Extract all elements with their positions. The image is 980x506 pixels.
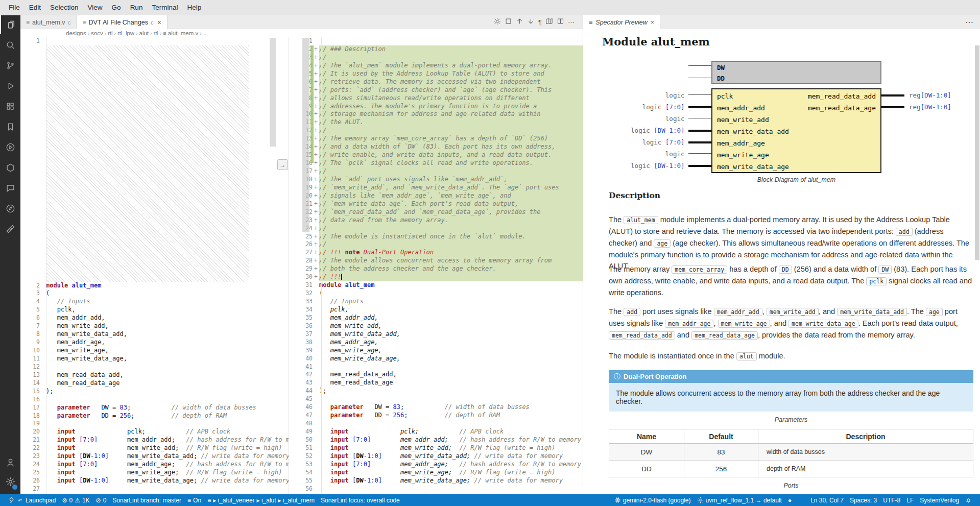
menu-item-view[interactable]: View <box>83 0 107 15</box>
code-line-3: 3+// <box>290 54 583 62</box>
status-sonarlint-focus-overall-code[interactable]: SonarLint focus: overall code <box>318 497 403 504</box>
activity-search-icon[interactable] <box>0 36 20 54</box>
diagram-parameter-dd: DD <box>717 73 880 84</box>
right-pane-scrollbar[interactable] <box>302 38 309 232</box>
menu-item-selection[interactable]: Selection <box>45 0 83 15</box>
activity-source-control-icon[interactable] <box>0 56 20 75</box>
status-systemverilog[interactable]: SystemVerilog <box>917 497 962 504</box>
status-on[interactable]: ≡On <box>184 497 204 504</box>
inline-code-chip: alut_mem <box>624 216 658 224</box>
breadcrumb-item-rtl[interactable]: rtl <box>153 30 158 36</box>
diff-modified-pane[interactable]: 12+// ### Description3+//4+// The `alut_… <box>290 37 583 494</box>
left-pane-scrollbar[interactable] <box>270 38 276 147</box>
close-icon[interactable]: × <box>157 18 161 27</box>
map-icon[interactable] <box>545 17 553 27</box>
search-icon <box>6 40 15 50</box>
diagram-port-row: mem_write_data_age <box>712 161 880 173</box>
bell <box>965 497 972 503</box>
status-item[interactable] <box>962 497 975 503</box>
diff-editor[interactable]: 12module alut_mem3(4 // Inputs5 pclk,6 m… <box>20 37 583 494</box>
more-actions-icon[interactable]: ⋯ <box>965 17 980 27</box>
code-line-41: 41 <box>290 363 583 371</box>
input-stub-line <box>688 141 711 143</box>
pilcrow-icon[interactable]: ¶ <box>538 19 542 26</box>
status-item[interactable]: ● <box>785 497 795 504</box>
tab-dvt-ai-file-changes[interactable]: ≡DVT AI File Changesc× <box>77 15 167 29</box>
parameters-caption: Parameters <box>609 416 973 423</box>
status-utf-8[interactable]: UTF-8 <box>880 497 903 504</box>
activity-accounts-icon[interactable] <box>0 453 20 472</box>
tab-alut-mem-v[interactable]: ≡alut_mem.vc <box>20 15 77 29</box>
status-launchpad[interactable]: Launchpad <box>5 497 59 504</box>
code-line-52: 52 input [DW-1:0] mem_write_data_add; //… <box>290 452 583 461</box>
status-item[interactable] <box>795 497 807 503</box>
arrow-down-icon[interactable] <box>527 17 535 27</box>
breadcrumb-item-rtl[interactable]: rtl <box>108 30 113 36</box>
activity-run-debug-icon[interactable] <box>0 77 20 95</box>
tab-specador-preview[interactable]: ≡ Specador Preview × <box>583 15 660 29</box>
status-uvm-ref-flow-1-1-default[interactable]: uvm_ref_flow_1.1 → default <box>694 497 785 504</box>
table-cell: depth of RAM <box>758 461 973 477</box>
gear-icon[interactable] <box>493 17 501 27</box>
code-line-11: 11 mem_write_data_age, <box>20 355 289 363</box>
status-lf[interactable]: LF <box>903 497 917 504</box>
status-item[interactable]: ⊘0 <box>93 497 110 504</box>
menu-item-help[interactable]: Help <box>182 0 206 15</box>
diff-sash[interactable] <box>289 37 289 494</box>
activity-bookmark-icon[interactable] <box>0 117 20 136</box>
code-line-21: 21+// `mem_write_data_age`. Each port's … <box>290 200 583 208</box>
menu-item-edit[interactable]: Edit <box>25 0 45 15</box>
activity-settings-gear-icon[interactable] <box>0 472 20 491</box>
breadcrumb-item--[interactable]: ... <box>203 30 208 36</box>
status-gemini-2-0-flash-google-[interactable]: gemini-2.0-flash (google) <box>611 497 694 504</box>
box-icon[interactable] <box>505 17 512 27</box>
activity-ruler-icon[interactable] <box>0 220 20 238</box>
info-icon: ⓘ <box>614 373 620 380</box>
code-line-23: 23 input [DW-1:0] mem_write_data_add; //… <box>20 452 289 461</box>
breadcrumb-item-alut-mem-v[interactable]: ≡ alut_mem.v <box>163 30 198 36</box>
notification-badge <box>12 484 18 490</box>
status-sonarlint-branch-master[interactable]: SonarLint branch: master <box>109 497 184 504</box>
more-icon[interactable]: ⋯ <box>568 19 575 26</box>
status-item[interactable]: ⊗0⚠1K <box>59 497 92 504</box>
diff-revert-arrow-button[interactable]: → <box>277 159 288 170</box>
breadcrumb-item-rtl-lpw[interactable]: rtl_lpw <box>117 30 134 36</box>
code-line-18: 18 parameter DD = 256; // depth of RAM <box>20 412 289 420</box>
tab-label: DVT AI File Changes <box>88 19 148 26</box>
status-spaces-3[interactable]: Spaces: 3 <box>847 497 880 504</box>
menu-item-run[interactable]: Run <box>126 0 148 15</box>
menu-item-terminal[interactable]: Terminal <box>147 0 182 15</box>
code-line-2: 2+// ### Description <box>290 45 583 54</box>
activity-compass-icon[interactable] <box>0 199 20 218</box>
breadcrumb-item-socv[interactable]: socv <box>91 30 103 36</box>
arrow-down <box>527 17 535 25</box>
code-line-45: 45 <box>290 395 583 403</box>
status-ln-30-col-7[interactable]: Ln 30, Col 7 <box>807 497 847 504</box>
diff-original-pane[interactable]: 12module alut_mem3(4 // Inputs5 pclk,6 m… <box>20 37 289 494</box>
code-line-27: 27+// !!! note Dual-Port Operation <box>290 249 583 257</box>
inline-code-chip: pclk <box>866 277 887 285</box>
activity-explorer-files-icon[interactable] <box>0 15 21 34</box>
activity-hexagon-icon[interactable] <box>0 158 20 177</box>
preview-scrollbar[interactable] <box>975 45 979 260</box>
menu-item-go[interactable]: Go <box>107 0 126 15</box>
activity-run-circle-icon[interactable] <box>0 138 20 156</box>
breadcrumb[interactable]: designs›socv›rtl›rtl_lpw›alut›rtl›≡ alut… <box>20 29 628 37</box>
close-icon[interactable]: × <box>651 18 655 26</box>
breadcrumb-item-designs[interactable]: designs <box>66 30 86 36</box>
menubar: FileEditSelectionViewGoRunTerminalHelp <box>0 0 980 15</box>
breadcrumb-item-alut[interactable]: alut <box>139 30 149 36</box>
activity-extensions-icon[interactable] <box>0 97 20 115</box>
breadcrumb-separator: › <box>114 31 116 36</box>
output-type-label: reg[DW-1:0] <box>909 101 951 113</box>
arrow-up-icon[interactable] <box>516 17 523 27</box>
split-icon[interactable] <box>557 17 564 27</box>
activity-comments-icon[interactable] <box>0 179 20 197</box>
split <box>557 17 564 25</box>
menu-item-file[interactable]: File <box>4 0 25 15</box>
code-line-15: 15); <box>20 388 289 396</box>
diagram-port-row: mem_addr_age <box>712 137 880 149</box>
table-cell: width of data busses <box>758 444 973 461</box>
code-line-30: 30+// !!! <box>290 273 583 281</box>
status-instance-hierarchy[interactable]: ≡▸ i_alut_veneer▸ i_alut▸ i_alut_mem <box>204 497 318 504</box>
